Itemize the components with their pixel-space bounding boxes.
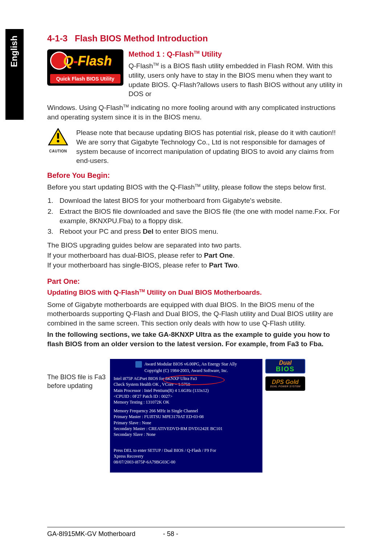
bios-line: Intel i875P AGPset BIOS for 8KNXP Ultra … xyxy=(114,376,259,381)
text: is a BIOS flash utility embedded in Flas… xyxy=(128,62,342,98)
bios-line: Check System Health OK , VCore = 1.5750 xyxy=(114,381,259,387)
award-icon xyxy=(135,361,142,368)
guide-notes: The BIOS upgrading guides below are sepa… xyxy=(47,241,345,270)
text: Windows. Using Q-Flash xyxy=(47,104,123,111)
qflash-wordmark-dash: - xyxy=(73,53,78,68)
text: DUAL POWER SYSTEM xyxy=(270,385,301,388)
del-key: Del xyxy=(143,228,154,235)
bios-line: Primary Slave : None xyxy=(114,420,259,426)
part-one-emphasis: In the following sections, we take GA-8K… xyxy=(47,330,345,348)
text: Dual xyxy=(279,360,292,366)
bios-line: Secondary Master : CREATIVEDVD-RM DVD124… xyxy=(114,426,259,432)
guide-note-1: The BIOS upgrading guides below are sepa… xyxy=(47,241,345,250)
guide-note-2: If your motherboard has dual-BIOS, pleas… xyxy=(47,251,345,260)
part-one-para: Some of Gigabyte motherboards are equipp… xyxy=(47,300,345,328)
text: Utility on Dual BIOS Motherboards. xyxy=(145,289,262,296)
page-content: 4-1-3 Flash BIOS Method Introduction Q-F… xyxy=(47,33,345,473)
tm-mark: TM xyxy=(139,289,145,293)
page-footer: GA-8I915MK-GV Motherboard - 58 - xyxy=(47,527,345,538)
part-one-subheading: Updating BIOS with Q-FlashTM Utility on … xyxy=(47,288,345,297)
text: If your motherboard has single-BIOS, ple… xyxy=(47,261,209,269)
list-item: Download the latest BIOS for your mother… xyxy=(55,196,345,205)
bios-line: 08/07/2003-i875P-6A79BG03C-00 xyxy=(114,459,259,465)
text: . xyxy=(233,252,234,259)
guide-note-3: If your motherboard has single-BIOS, ple… xyxy=(47,261,345,270)
text: Updating BIOS with Q-Flash xyxy=(47,289,139,296)
qflash-logo: Q-Flash Quick Flash BIOS Utility xyxy=(47,49,123,86)
svg-rect-1 xyxy=(57,133,59,139)
svg-point-2 xyxy=(57,140,60,143)
bios-badges: Dual BIOS DPS Gold DUAL POWER SYSTEM xyxy=(265,359,305,391)
bios-header-2: Copyright (C) 1984-2003, Award Software,… xyxy=(144,368,228,373)
dual-bios-badge: Dual BIOS xyxy=(265,359,305,373)
language-tab-label: English xyxy=(5,29,23,74)
method1-para-wrap: Windows. Using Q-FlashTM indicating no m… xyxy=(47,103,345,122)
text: DPS Gold xyxy=(272,379,299,385)
before-heading: Before You Begin: xyxy=(47,171,345,180)
list-item: Extract the BIOS file downloaded and sav… xyxy=(55,207,345,225)
text: utility, please follow the steps below f… xyxy=(200,183,326,191)
text: Q-Flash xyxy=(128,62,153,70)
section-heading: Flash BIOS Method Introduction xyxy=(75,33,208,43)
qflash-wordmark-q: Q xyxy=(63,53,73,68)
bios-line: Secondary Slave : None xyxy=(114,432,259,437)
method1-para-right: Q-FlashTM is a BIOS flash utility embedd… xyxy=(128,61,345,99)
footer-page-number: - 58 - xyxy=(160,530,181,538)
bios-line: Xpress Recovery xyxy=(114,453,259,459)
text: Reboot your PC and press xyxy=(60,228,143,235)
caution-label: CAUTION xyxy=(47,149,69,154)
method1-heading-a: Method 1 : Q-Flash xyxy=(128,50,194,58)
section-title: 4-1-3 Flash BIOS Method Introduction xyxy=(47,33,345,44)
text: to enter BIOS menu. xyxy=(154,228,218,235)
section-number: 4-1-3 xyxy=(47,33,68,43)
bios-screenshot: Award Modular BIOS v6.00PG, An Energy St… xyxy=(110,359,262,473)
part-two-ref: Part Two xyxy=(209,261,238,269)
part-one-ref: Part One xyxy=(204,252,233,259)
tm-mark: TM xyxy=(195,183,201,187)
qflash-logo-strip: Quick Flash BIOS Utility xyxy=(50,74,121,83)
text: BIOS xyxy=(276,365,295,373)
part-one-heading: Part One: xyxy=(47,277,345,286)
qflash-wordmark-flash: Flash xyxy=(78,53,112,68)
bios-caption: The BIOS file is Fa3 before updating xyxy=(47,359,107,391)
footer-model: GA-8I915MK-GV Motherboard xyxy=(47,530,160,538)
bios-line: Main Processor : Intel Pentium(R) 4 1.6G… xyxy=(114,388,259,393)
dps-gold-badge: DPS Gold DUAL POWER SYSTEM xyxy=(265,376,305,391)
bios-line: <CPUID : 0F27 Patch ID : 0027> xyxy=(114,393,259,399)
tm-mark: TM xyxy=(194,50,200,55)
bios-header-1: Award Modular BIOS v6.00PG, An Energy St… xyxy=(144,361,237,367)
bios-line: Primary Master : FUJITSU MPE3170AT ED-03… xyxy=(114,414,259,420)
caution-icon: CAUTION xyxy=(47,128,69,165)
text: Before you start updating BIOS with the … xyxy=(47,183,195,191)
text: If your motherboard has dual-BIOS, pleas… xyxy=(47,252,204,259)
method1-heading: Method 1 : Q-FlashTM Utility xyxy=(128,49,345,59)
bios-line: Memory Testing : 131072K OK xyxy=(114,399,259,405)
language-tab: English xyxy=(5,29,24,120)
method1-heading-b: Utility xyxy=(200,50,222,58)
before-intro: Before you start updating BIOS with the … xyxy=(47,183,345,192)
list-item: Reboot your PC and press Del to enter BI… xyxy=(55,227,345,236)
tm-mark: TM xyxy=(123,104,129,108)
tm-mark: TM xyxy=(153,62,159,66)
text: . xyxy=(238,261,240,269)
before-steps: Download the latest BIOS for your mother… xyxy=(55,196,345,236)
bios-line: Memory Frequency 266 MHz in Single Chann… xyxy=(114,408,259,414)
caution-text: Please note that because updating BIOS h… xyxy=(76,128,345,165)
bios-line: Press DEL to enter SETUP / Dual BIOS / Q… xyxy=(114,447,259,453)
